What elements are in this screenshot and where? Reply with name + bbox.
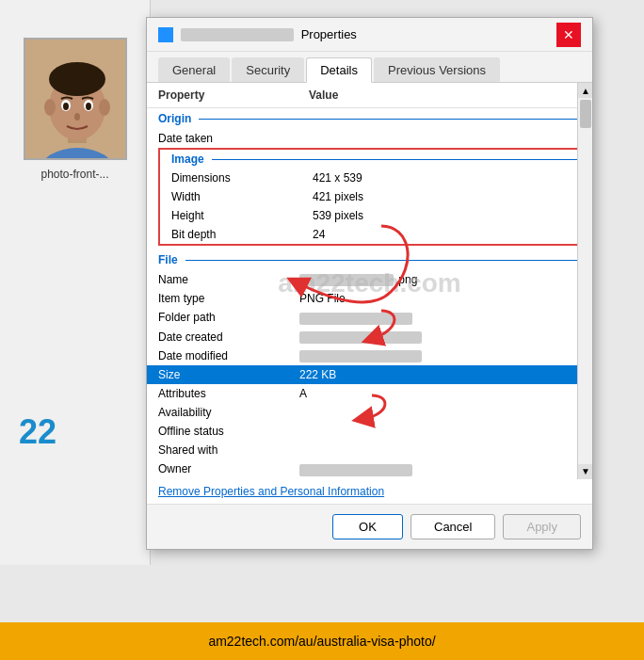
svg-point-4 [49,62,105,96]
row-folder-path: Folder path [147,308,592,327]
row-size: Size 222 KB [147,365,592,384]
scrollbar[interactable]: ▲ ▼ [577,83,592,479]
row-name: Name .png [147,270,592,289]
svg-point-11 [74,113,80,121]
ok-button[interactable]: OK [332,514,403,539]
left-panel: photo-front-... 22 [0,0,151,565]
svg-point-5 [44,99,56,116]
scroll-down-arrow[interactable]: ▼ [578,464,592,479]
tab-previous-versions[interactable]: Previous Versions [374,57,500,82]
photo-thumbnail [24,38,127,160]
row-height: Height 539 pixels [160,206,579,225]
row-date-taken: Date taken [147,129,592,148]
row-width: Width 421 pixels [160,187,579,206]
row-date-modified: Date modified [147,346,592,365]
svg-point-6 [99,99,110,116]
photo-label: photo-front-... [0,168,150,181]
cancel-button[interactable]: Cancel [411,514,495,539]
filename-blur [181,28,294,41]
section-origin: Origin [147,108,592,129]
tab-bar: General Security Details Previous Versio… [147,52,592,83]
close-button[interactable]: ✕ [556,23,581,47]
row-date-created: Date created [147,328,592,346]
number-badge: 22 [19,412,56,452]
dialog-footer: OK Cancel Apply [147,504,592,549]
col-property-header: Property [158,89,309,102]
dialog-titlebar: Properties ✕ [147,18,592,52]
section-file: File [147,250,592,270]
scroll-thumb[interactable] [580,100,591,128]
row-dimensions: Dimensions 421 x 539 [160,169,579,187]
tab-details[interactable]: Details [306,57,372,83]
row-availability: Availability [147,403,592,422]
row-item-type: Item type PNG File [147,289,592,308]
apply-button[interactable]: Apply [503,514,581,539]
col-value-header: Value [309,89,581,102]
remove-properties-link[interactable]: Remove Properties and Personal Informati… [147,479,592,504]
svg-point-10 [86,103,91,110]
dialog-content: Property Value Origin Date taken Image D… [147,83,592,504]
bottom-bar-url: am22tech.com/au/australia-visa-photo/ [208,634,435,649]
tab-security[interactable]: Security [232,57,304,82]
row-shared-with: Shared with [147,441,592,459]
scroll-up-arrow[interactable]: ▲ [578,83,592,98]
properties-table-wrapper: Property Value Origin Date taken Image D… [147,83,592,479]
table-header: Property Value [147,83,592,108]
svg-point-9 [63,103,69,110]
scroll-track [578,98,592,464]
row-offline-status: Offline status [147,422,592,441]
row-owner: Owner [147,459,592,478]
bottom-bar: am22tech.com/au/australia-visa-photo/ [0,622,644,660]
tab-general[interactable]: General [158,57,230,82]
image-section-box: Image Dimensions 421 x 539 Width 421 pix… [158,148,581,246]
row-attributes: Attributes A [147,384,592,403]
properties-dialog: Properties ✕ General Security Details Pr… [146,17,593,550]
dialog-title: Properties [181,27,556,42]
row-bit-depth: Bit depth 24 [160,225,579,244]
file-icon [158,27,173,42]
section-image: Image [160,150,579,169]
